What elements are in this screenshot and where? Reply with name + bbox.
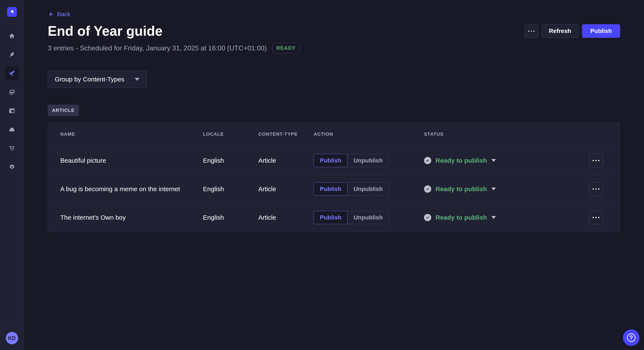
- subtitle-row: 3 entries - Scheduled for Friday, Januar…: [48, 42, 620, 54]
- sidebar: KD: [0, 0, 24, 350]
- entry-content-type: Article: [258, 185, 314, 193]
- row-publish-button[interactable]: Publish: [314, 182, 348, 196]
- status-label: Ready to publish: [436, 185, 487, 193]
- help-button[interactable]: ?: [623, 329, 640, 346]
- row-unpublish-button[interactable]: Unpublish: [348, 182, 389, 196]
- cart-icon: [9, 145, 15, 152]
- action-toggle: Publish Unpublish: [314, 211, 424, 224]
- content-type-badge: ARTICLE: [48, 105, 79, 116]
- sidebar-item-marketplace[interactable]: [5, 142, 19, 155]
- content-type-group: ARTICLE NAME LOCALE CONTENT-TYPE ACTION …: [48, 105, 620, 232]
- main-content: Back End of Year guide Refresh Publish 3…: [24, 0, 644, 350]
- sidebar-nav: [0, 24, 24, 174]
- row-unpublish-button[interactable]: Unpublish: [348, 211, 389, 224]
- release-more-button[interactable]: [524, 24, 538, 38]
- action-toggle: Publish Unpublish: [314, 182, 424, 196]
- table-row: The internet's Own boy English Article P…: [48, 203, 620, 232]
- images-icon: [9, 89, 15, 96]
- entry-name: Beautiful picture: [60, 157, 203, 164]
- back-link[interactable]: Back: [48, 11, 70, 18]
- entry-locale: English: [203, 185, 258, 193]
- column-header-action: ACTION: [314, 131, 424, 137]
- strapi-logo-icon: [9, 9, 15, 15]
- publish-button[interactable]: Publish: [582, 24, 620, 38]
- check-icon: [424, 185, 431, 193]
- action-toggle: Publish Unpublish: [314, 154, 424, 167]
- sidebar-item-cloud[interactable]: [5, 123, 19, 137]
- cloud-icon: [9, 126, 15, 133]
- title-row: End of Year guide Refresh Publish: [48, 23, 620, 39]
- ellipsis-icon: [593, 160, 594, 161]
- entry-name: A bug is becoming a meme on the internet: [60, 185, 203, 193]
- strapi-logo: [7, 7, 17, 17]
- ellipsis-icon: [593, 188, 594, 190]
- row-publish-button[interactable]: Publish: [314, 154, 348, 167]
- feather-icon: [9, 51, 15, 58]
- check-icon: [424, 214, 431, 221]
- home-icon: [9, 33, 15, 40]
- back-arrow-icon: [48, 11, 54, 17]
- header-actions: Refresh Publish: [524, 24, 620, 38]
- sidebar-item-home[interactable]: [5, 29, 19, 43]
- table-row: A bug is becoming a meme on the internet…: [48, 175, 620, 203]
- row-publish-button[interactable]: Publish: [314, 211, 348, 224]
- entry-content-type: Article: [258, 157, 314, 164]
- sidebar-item-media-library[interactable]: [5, 85, 19, 99]
- page-title: End of Year guide: [48, 23, 162, 39]
- release-subtitle: 3 entries - Scheduled for Friday, Januar…: [48, 44, 267, 52]
- layout-icon: [9, 108, 15, 115]
- group-by-select[interactable]: Group by Content-Types: [48, 71, 147, 88]
- status-label: Ready to publish: [436, 214, 487, 221]
- ellipsis-icon: [593, 217, 594, 218]
- row-unpublish-button[interactable]: Unpublish: [348, 154, 389, 167]
- status-dropdown[interactable]: Ready to publish: [424, 214, 589, 221]
- group-by-label: Group by Content-Types: [55, 76, 124, 83]
- question-mark-icon: ?: [627, 334, 636, 342]
- refresh-button[interactable]: Refresh: [542, 24, 578, 38]
- chevron-down-icon: [491, 159, 496, 162]
- entry-name: The internet's Own boy: [60, 214, 203, 221]
- table-row: Beautiful picture English Article Publis…: [48, 146, 620, 175]
- entry-locale: English: [203, 157, 258, 164]
- entry-content-type: Article: [258, 214, 314, 221]
- entries-table: NAME LOCALE CONTENT-TYPE ACTION STATUS B…: [48, 122, 620, 232]
- ready-status-badge: READY: [272, 42, 300, 54]
- row-more-button[interactable]: [589, 154, 603, 167]
- paper-plane-icon: [9, 70, 15, 77]
- column-header-locale: LOCALE: [203, 131, 258, 137]
- back-label: Back: [57, 11, 70, 18]
- sidebar-footer: KD: [0, 326, 24, 350]
- row-more-button[interactable]: [589, 211, 603, 224]
- column-header-content-type: CONTENT-TYPE: [258, 131, 314, 137]
- sidebar-item-content-manager[interactable]: [5, 48, 19, 62]
- chevron-down-icon: [491, 187, 496, 190]
- chevron-down-icon: [491, 216, 496, 219]
- ellipsis-icon: [528, 31, 529, 32]
- logo-container: [0, 0, 24, 24]
- status-label: Ready to publish: [436, 157, 487, 164]
- chevron-down-icon: [134, 78, 140, 81]
- column-header-name: NAME: [60, 131, 203, 137]
- avatar[interactable]: KD: [6, 332, 18, 344]
- row-more-button[interactable]: [589, 182, 603, 196]
- column-header-status: STATUS: [424, 131, 589, 137]
- table-header-row: NAME LOCALE CONTENT-TYPE ACTION STATUS: [48, 122, 620, 146]
- entry-locale: English: [203, 214, 258, 221]
- sidebar-item-content-type-builder[interactable]: [5, 104, 19, 118]
- sidebar-item-settings[interactable]: [5, 160, 19, 174]
- gear-icon: [9, 164, 15, 171]
- status-dropdown[interactable]: Ready to publish: [424, 185, 589, 193]
- status-dropdown[interactable]: Ready to publish: [424, 157, 589, 164]
- sidebar-item-releases[interactable]: [5, 67, 19, 80]
- check-icon: [424, 157, 431, 164]
